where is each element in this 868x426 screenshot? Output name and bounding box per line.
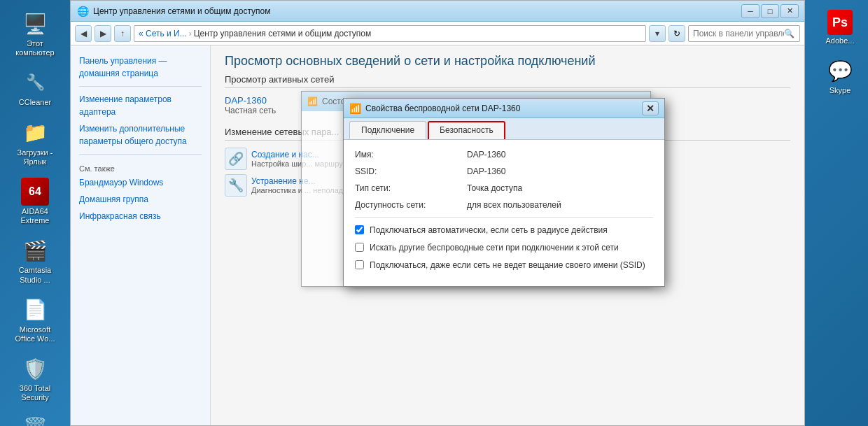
- forward-button[interactable]: ▶: [94, 25, 111, 42]
- window-controls: ─ □ ✕: [741, 4, 799, 18]
- field-label-name: Имя:: [355, 150, 467, 159]
- sidebar-link-infrared[interactable]: Инфракрасная связь: [71, 208, 210, 225]
- checkbox-no-broadcast-label[interactable]: Подключаться, даже если сеть не ведет ве…: [370, 260, 645, 271]
- desktop-icon-aida64[interactable]: 64 AIDA64 Extreme: [7, 175, 63, 228]
- checkbox-search-others-input[interactable]: [355, 243, 364, 252]
- wifi-dialog: 📶 Свойства беспроводной сети DAP-1360 ✕ …: [343, 98, 665, 287]
- office-icon: 📄: [21, 296, 49, 324]
- network-type: Частная сеть: [225, 106, 276, 115]
- desktop-icon-ccleaner[interactable]: 🔧 CCleaner: [7, 66, 63, 110]
- ccleaner-icon: 🔧: [21, 69, 49, 97]
- sidebar: Панель управления — домашняя страница Из…: [71, 45, 211, 425]
- desktop-icon-label: Skype: [830, 86, 851, 95]
- checkbox-search-others-label[interactable]: Искать другие беспроводные сети при подк…: [370, 242, 619, 254]
- tab-security[interactable]: Безопасность: [428, 121, 505, 139]
- field-value-name: DAP-1360: [467, 150, 505, 159]
- desktop-icon-label: CCleaner: [19, 98, 51, 107]
- checkbox-auto-connect: Подключаться автоматически, если сеть в …: [355, 225, 653, 236]
- window-icon: 🌐: [76, 5, 89, 17]
- close-button[interactable]: ✕: [780, 4, 799, 18]
- sidebar-see-also: См. также: [71, 159, 210, 174]
- section-active-networks: Просмотр активных сетей: [225, 74, 790, 88]
- checkbox-auto-connect-input[interactable]: [355, 225, 364, 234]
- dialog-tabs: Подключение Безопасность: [344, 118, 664, 140]
- address-bar: ◀ ▶ ↑ « Сеть и И... › Центр управления с…: [71, 22, 804, 45]
- field-label-ssid: SSID:: [355, 166, 467, 176]
- sidebar-divider-1: [79, 86, 202, 87]
- zagruzki-icon: 📁: [21, 119, 49, 147]
- field-value-network-type: Точка доступа: [467, 183, 522, 193]
- maximize-button[interactable]: □: [761, 4, 779, 18]
- window-title: Центр управления сетями и общим доступом: [93, 6, 741, 16]
- dialog-row-network-type: Тип сети: Точка доступа: [355, 183, 653, 193]
- dropdown-button[interactable]: ▾: [649, 25, 666, 42]
- desktop-icon-korzina[interactable]: 🗑️ Корзина: [7, 411, 63, 426]
- tab-connection[interactable]: Подключение: [349, 121, 426, 139]
- desktop-icon-camtasia[interactable]: 🎬 Camtasia Studio ...: [7, 234, 63, 287]
- computer-icon: 🖥️: [21, 10, 49, 38]
- back-button[interactable]: ◀: [75, 25, 92, 42]
- dialog-row-name: Имя: DAP-1360: [355, 150, 653, 159]
- sidebar-link-firewall[interactable]: Брандмауэр Windows: [71, 174, 210, 191]
- sidebar-link-homegroup[interactable]: Домашняя группа: [71, 191, 210, 208]
- desktop-icon-label: Camtasia Studio ...: [10, 266, 60, 284]
- network-name[interactable]: DAP-1360: [225, 95, 276, 106]
- desktop-icon-adobe-right[interactable]: Ps Adobe...: [812, 7, 868, 48]
- breadcrumb-current: Центр управления сетями и общим доступом: [194, 29, 372, 38]
- dialog-content: Имя: DAP-1360 SSID: DAP-1360 Тип сети: Т…: [344, 140, 664, 286]
- field-label-network-type: Тип сети:: [355, 183, 467, 193]
- security-icon: 🛡️: [21, 355, 49, 383]
- trash-icon: 🗑️: [21, 413, 49, 426]
- up-button[interactable]: ↑: [114, 25, 131, 42]
- dialog-row-ssid: SSID: DAP-1360: [355, 166, 653, 176]
- field-value-availability: для всех пользователей: [467, 200, 561, 210]
- page-title: Просмотр основных сведений о сети и наст…: [225, 54, 790, 69]
- checkbox-no-broadcast: Подключаться, даже если сеть не ведет ве…: [355, 260, 653, 271]
- checkbox-search-others: Искать другие беспроводные сети при подк…: [355, 242, 653, 254]
- dialog-icon: 📶: [349, 103, 361, 114]
- adobe-right-icon: Ps: [827, 10, 853, 35]
- field-label-availability: Доступность сети:: [355, 200, 467, 210]
- field-value-ssid: DAP-1360: [467, 166, 505, 176]
- sidebar-link-sharing[interactable]: Изменить дополнительные параметры общего…: [71, 120, 210, 150]
- desktop-icon-ms-office[interactable]: 📄 Microsoft Office Wo...: [7, 293, 63, 346]
- dialog-divider: [355, 217, 653, 218]
- minimize-button[interactable]: ─: [741, 4, 760, 18]
- dialog-title-bar: 📶 Свойства беспроводной сети DAP-1360 ✕: [344, 99, 664, 118]
- dialog-close-button[interactable]: ✕: [642, 101, 659, 115]
- create-icon: 🔗: [225, 148, 247, 170]
- behind-dialog-icon: 📶: [307, 97, 318, 106]
- desktop-icon-label: AIDA64 Extreme: [10, 207, 60, 225]
- desktop-icon-this-computer[interactable]: 🖥️ Этот компьютер: [7, 7, 63, 60]
- breadcrumb-separator: ›: [189, 29, 192, 38]
- search-box: 🔍: [688, 25, 800, 42]
- desktop-icon-label: Загрузки - Ярлык: [10, 148, 60, 166]
- search-input[interactable]: [693, 29, 784, 38]
- desktop-icon-label: Adobe...: [826, 36, 855, 45]
- desktop-icon-zagruzki[interactable]: 📁 Загрузки - Ярлык: [7, 116, 63, 169]
- refresh-button[interactable]: ↻: [668, 25, 685, 42]
- skype-icon: 💬: [826, 57, 854, 85]
- checkbox-auto-connect-label[interactable]: Подключаться автоматически, если сеть в …: [370, 225, 608, 236]
- sidebar-link-adapter[interactable]: Изменение параметров адаптера: [71, 91, 210, 120]
- window-title-bar: 🌐 Центр управления сетями и общим доступ…: [71, 1, 804, 22]
- desktop-icon-skype[interactable]: 💬 Skype: [812, 54, 868, 98]
- desktop-icon-label: Этот компьютер: [10, 39, 60, 57]
- desktop-icon-label: 360 Total Security: [10, 384, 60, 402]
- search-icon: 🔍: [784, 29, 794, 38]
- desktop: 🖥️ Этот компьютер 🔧 CCleaner 📁 Загрузки …: [0, 0, 868, 426]
- aida64-icon: 64: [21, 178, 49, 206]
- camtasia-icon: 🎬: [21, 236, 49, 264]
- desktop-icons-left: 🖥️ Этот компьютер 🔧 CCleaner 📁 Загрузки …: [0, 0, 70, 426]
- breadcrumb-network[interactable]: « Сеть и И...: [139, 29, 187, 38]
- dialog-title: Свойства беспроводной сети DAP-1360: [365, 104, 642, 113]
- desktop-icons-right: Ps Adobe... 💬 Skype: [812, 0, 868, 426]
- dialog-row-availability: Доступность сети: для всех пользователей: [355, 200, 653, 210]
- sidebar-divider-2: [79, 154, 202, 155]
- desktop-icon-360security[interactable]: 🛡️ 360 Total Security: [7, 352, 63, 405]
- desktop-icon-label: Microsoft Office Wo...: [10, 325, 60, 343]
- checkbox-no-broadcast-input[interactable]: [355, 260, 364, 269]
- sidebar-home-link[interactable]: Панель управления — домашняя страница: [71, 52, 210, 82]
- address-path[interactable]: « Сеть и И... › Центр управления сетями …: [134, 25, 646, 42]
- troubleshoot-icon: 🔧: [225, 174, 247, 197]
